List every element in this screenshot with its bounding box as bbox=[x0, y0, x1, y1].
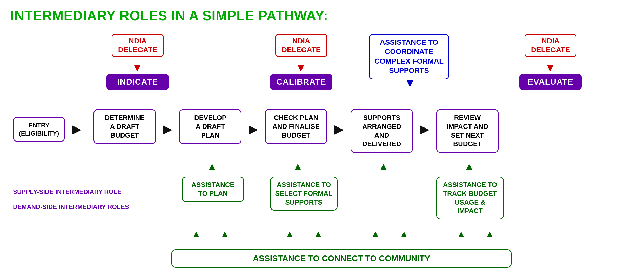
calibrate-box: CALIBRATE bbox=[270, 74, 332, 90]
green-up-4: ▲ bbox=[464, 160, 474, 172]
blue-arrow: ▼ bbox=[404, 77, 416, 90]
green-up-3: ▲ bbox=[378, 160, 389, 172]
green-up-c7: ▲ bbox=[456, 228, 466, 240]
green-up-c3: ▲ bbox=[285, 228, 295, 240]
green-up-2: ▲ bbox=[293, 160, 303, 172]
red-arrow-1: ▼ bbox=[132, 61, 143, 74]
legend-supply: SUPPLY-SIDE INTERMEDIARY ROLE bbox=[13, 187, 129, 197]
assist-select-box: ASSISTANCE TO SELECT FORMAL SUPPORTS bbox=[270, 177, 338, 211]
page-title: INTERMEDIARY ROLES IN A SIMPLE PATHWAY: bbox=[10, 8, 634, 23]
supports-box: SUPPORTS ARRANGED AND DELIVERED bbox=[351, 109, 413, 153]
evaluate-box: EVALUATE bbox=[519, 74, 582, 90]
green-up-c8: ▲ bbox=[485, 228, 495, 240]
arrow-4: ► bbox=[331, 122, 347, 137]
green-up-c6: ▲ bbox=[399, 228, 409, 240]
indicate-box: INDICATE bbox=[106, 74, 169, 90]
ndia-delegate-2: NDIA DELEGATE bbox=[275, 34, 327, 57]
legend-area: SUPPLY-SIDE INTERMEDIARY ROLE DEMAND-SID… bbox=[13, 182, 129, 212]
community-box: ASSISTANCE TO CONNECT TO COMMUNITY bbox=[171, 249, 512, 268]
check-box: CHECK PLAN AND FINALISE BUDGET bbox=[265, 109, 327, 144]
legend-demand: DEMAND-SIDE INTERMEDIARY ROLES bbox=[13, 202, 129, 212]
coord-box: ASSISTANCE TO COORDINATE COMPLEX FORMAL … bbox=[369, 34, 449, 79]
arrow-5: ► bbox=[417, 122, 432, 137]
green-up-c1: ▲ bbox=[191, 228, 201, 240]
assist-plan-box: ASSISTANCE TO PLAN bbox=[182, 177, 244, 202]
arrow-2: ► bbox=[160, 122, 175, 137]
red-arrow-2: ▼ bbox=[295, 61, 307, 74]
entry-box: ENTRY (ELIGIBILITY) bbox=[13, 117, 65, 142]
ndia-delegate-3: NDIA DELEGATE bbox=[525, 34, 576, 57]
arrow-1: ► bbox=[69, 122, 84, 137]
green-up-1: ▲ bbox=[207, 160, 217, 172]
diagram-container: NDIA DELEGATE ▼ INDICATE NDIA DELEGATE ▼… bbox=[10, 31, 628, 276]
green-up-c2: ▲ bbox=[220, 228, 230, 240]
review-box: REVIEW IMPACT AND SET NEXT BUDGET bbox=[436, 109, 499, 153]
determine-box: DETERMINE A DRAFT BUDGET bbox=[93, 109, 156, 144]
arrow-3: ► bbox=[246, 122, 261, 137]
green-up-c4: ▲ bbox=[313, 228, 323, 240]
green-up-c5: ▲ bbox=[371, 228, 380, 240]
develop-box: DEVELOP A DRAFT PLAN bbox=[179, 109, 242, 144]
red-arrow-3: ▼ bbox=[545, 61, 556, 74]
ndia-delegate-1: NDIA DELEGATE bbox=[112, 34, 164, 57]
assist-track-box: ASSISTANCE TO TRACK BUDGET USAGE & IMPAC… bbox=[436, 177, 504, 219]
